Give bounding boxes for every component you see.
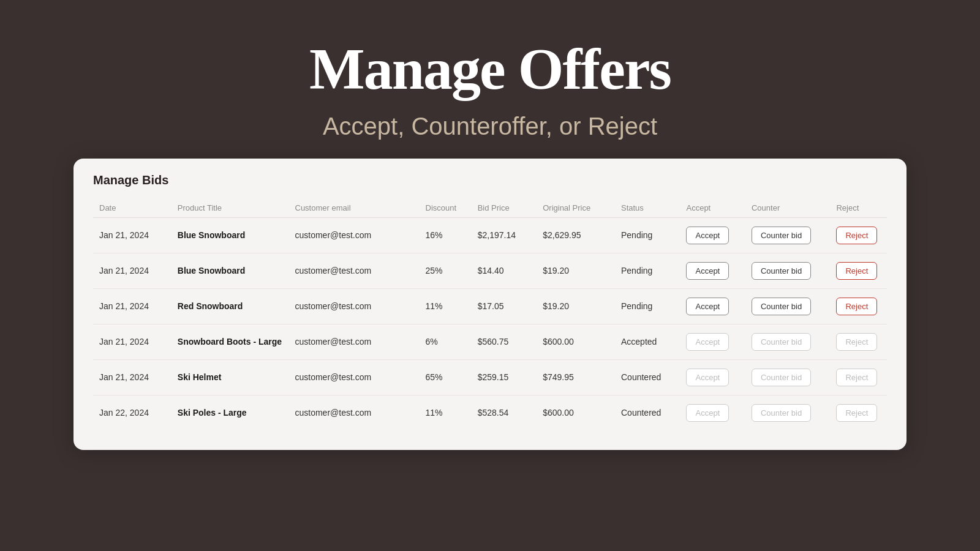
cell-date: Jan 21, 2024 [93,217,172,253]
cell-status: Accepted [615,324,680,359]
cell-status: Countered [615,359,680,395]
cell-discount: 16% [420,217,472,253]
cell-reject-action: Reject [830,395,887,430]
cell-counter-action: Counter bid [745,359,830,395]
cell-date: Jan 21, 2024 [93,253,172,288]
cell-accept-action: Accept [680,217,745,253]
cell-reject-action: Reject [830,217,887,253]
cell-email: customer@test.com [289,395,420,430]
cell-date: Jan 22, 2024 [93,395,172,430]
cell-counter-action: Counter bid [745,288,830,324]
cell-reject-action: Reject [830,288,887,324]
col-header-email: Customer email [289,198,420,218]
table-heading: Manage Bids [93,173,887,187]
cell-counter-action: Counter bid [745,217,830,253]
reject-button[interactable]: Reject [836,262,877,280]
counter-bid-button: Counter bid [752,404,811,422]
cell-discount: 65% [420,359,472,395]
accept-button[interactable]: Accept [686,227,729,244]
counter-bid-button: Counter bid [752,333,811,351]
cell-reject-action: Reject [830,324,887,359]
cell-status: Countered [615,395,680,430]
col-header-status: Status [615,198,680,218]
hero-section: Manage Offers Accept, Counteroffer, or R… [309,0,671,140]
counter-bid-button[interactable]: Counter bid [752,227,811,244]
reject-button[interactable]: Reject [836,298,877,315]
col-header-original-price: Original Price [537,198,615,218]
cell-reject-action: Reject [830,359,887,395]
counter-bid-button: Counter bid [752,369,811,386]
cell-original-price: $600.00 [537,395,615,430]
bids-table: Date Product Title Customer email Discou… [93,198,887,430]
counter-bid-button[interactable]: Counter bid [752,298,811,315]
cell-discount: 11% [420,395,472,430]
cell-discount: 6% [420,324,472,359]
cell-accept-action: Accept [680,253,745,288]
cell-accept-action: Accept [680,288,745,324]
cell-status: Pending [615,288,680,324]
cell-email: customer@test.com [289,253,420,288]
col-header-date: Date [93,198,172,218]
cell-reject-action: Reject [830,253,887,288]
accept-button: Accept [686,333,729,351]
cell-date: Jan 21, 2024 [93,288,172,324]
cell-accept-action: Accept [680,359,745,395]
cell-product: Snowboard Boots - Large [172,324,289,359]
accept-button: Accept [686,404,729,422]
reject-button[interactable]: Reject [836,227,877,244]
cell-counter-action: Counter bid [745,253,830,288]
col-header-counter: Counter [745,198,830,218]
cell-date: Jan 21, 2024 [93,359,172,395]
cell-bid-price: $560.75 [472,324,537,359]
accept-button: Accept [686,369,729,386]
accept-button[interactable]: Accept [686,298,729,315]
table-row: Jan 21, 2024 Blue Snowboard customer@tes… [93,253,887,288]
cell-bid-price: $14.40 [472,253,537,288]
manage-bids-container: Manage Bids Date Product Title Customer … [74,159,907,450]
cell-product: Blue Snowboard [172,217,289,253]
table-row: Jan 21, 2024 Snowboard Boots - Large cus… [93,324,887,359]
cell-original-price: $19.20 [537,288,615,324]
cell-bid-price: $17.05 [472,288,537,324]
cell-accept-action: Accept [680,395,745,430]
cell-original-price: $19.20 [537,253,615,288]
cell-product: Red Snowboard [172,288,289,324]
col-header-bid-price: Bid Price [472,198,537,218]
cell-original-price: $749.95 [537,359,615,395]
cell-email: customer@test.com [289,288,420,324]
cell-status: Pending [615,217,680,253]
cell-accept-action: Accept [680,324,745,359]
table-row: Jan 22, 2024 Ski Poles - Large customer@… [93,395,887,430]
col-header-reject: Reject [830,198,887,218]
cell-counter-action: Counter bid [745,395,830,430]
cell-email: customer@test.com [289,359,420,395]
col-header-discount: Discount [420,198,472,218]
table-row: Jan 21, 2024 Blue Snowboard customer@tes… [93,217,887,253]
cell-discount: 25% [420,253,472,288]
cell-email: customer@test.com [289,217,420,253]
counter-bid-button[interactable]: Counter bid [752,262,811,280]
table-row: Jan 21, 2024 Ski Helmet customer@test.co… [93,359,887,395]
cell-bid-price: $528.54 [472,395,537,430]
cell-discount: 11% [420,288,472,324]
cell-original-price: $2,629.95 [537,217,615,253]
cell-status: Pending [615,253,680,288]
cell-product: Ski Poles - Large [172,395,289,430]
cell-email: customer@test.com [289,324,420,359]
reject-button: Reject [836,404,877,422]
col-header-product: Product Title [172,198,289,218]
table-row: Jan 21, 2024 Red Snowboard customer@test… [93,288,887,324]
cell-counter-action: Counter bid [745,324,830,359]
page-subtitle: Accept, Counteroffer, or Reject [323,113,657,140]
reject-button: Reject [836,369,877,386]
cell-product: Ski Helmet [172,359,289,395]
page-title: Manage Offers [309,37,671,102]
cell-original-price: $600.00 [537,324,615,359]
col-header-accept: Accept [680,198,745,218]
reject-button: Reject [836,333,877,351]
cell-date: Jan 21, 2024 [93,324,172,359]
cell-bid-price: $259.15 [472,359,537,395]
cell-bid-price: $2,197.14 [472,217,537,253]
accept-button[interactable]: Accept [686,262,729,280]
cell-product: Blue Snowboard [172,253,289,288]
